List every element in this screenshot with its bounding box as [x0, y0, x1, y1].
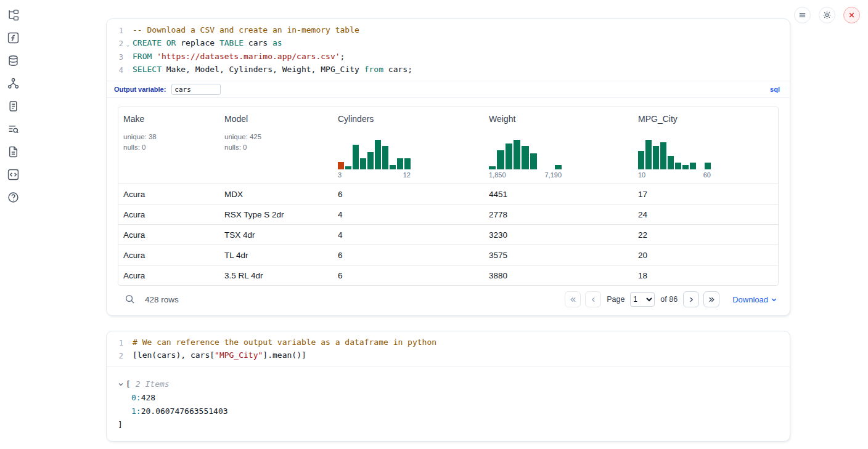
histogram-bar[interactable] [489, 166, 496, 169]
sql-code-editor[interactable]: 1-- Download a CSV and create an in-memo… [107, 19, 790, 81]
histogram-bar[interactable] [338, 162, 344, 169]
column-name: MPG_City [638, 114, 773, 124]
histogram-range: 1060 [638, 171, 711, 179]
hamburger-icon [798, 10, 807, 20]
histogram-range: 1,8507,190 [489, 171, 562, 179]
close-bracket: ] [118, 418, 123, 432]
histogram-bar[interactable] [375, 140, 381, 169]
histogram-bar[interactable] [522, 146, 528, 169]
table-cell: 24 [633, 210, 778, 219]
table-cell: 17 [633, 190, 778, 199]
column-header-cylinders[interactable]: Cylinders312 [333, 107, 484, 184]
code-text: [len(cars), cars["MPG_City"].mean()] [133, 349, 306, 362]
search-icon[interactable] [125, 294, 136, 305]
code-line: 4SELECT Make, Model, Cylinders, Weight, … [107, 63, 790, 76]
python-output: [ 2 Items 0: 4281: 20.060747663551403 ] [107, 366, 790, 441]
download-label: Download [732, 295, 768, 304]
table-cell: 4451 [484, 190, 633, 199]
file-tree-icon[interactable] [7, 9, 19, 21]
column-header-mpg_city[interactable]: MPG_City1060 [633, 107, 778, 184]
histogram-bar[interactable] [653, 146, 659, 169]
histogram-bar[interactable] [668, 156, 674, 169]
language-badge: sql [770, 86, 780, 93]
table-cell: TL 4dr [219, 251, 333, 260]
scroll-icon[interactable] [7, 100, 19, 112]
column-header-model[interactable]: Modelunique: 425nulls: 0 [219, 107, 333, 184]
file-text-icon[interactable] [7, 145, 19, 158]
table-row: AcuraTSX 4dr4323022 [118, 224, 778, 245]
next-page-button[interactable] [683, 291, 699, 307]
fold-spacer [123, 349, 133, 362]
left-toolbar [0, 9, 26, 203]
table-cell: 6 [333, 190, 484, 199]
histogram-bar[interactable] [682, 165, 689, 169]
histogram-bar[interactable] [382, 146, 388, 169]
histogram-bar[interactable] [660, 142, 666, 169]
histogram-bar[interactable] [645, 140, 652, 169]
fold-spacer [123, 336, 133, 349]
histogram-bar[interactable] [345, 166, 351, 169]
histogram-bar[interactable] [675, 163, 681, 169]
code-text: # We can reference the output variable a… [133, 336, 436, 349]
histogram-bar[interactable] [514, 140, 520, 169]
histogram-bar[interactable] [638, 151, 644, 169]
histogram[interactable] [338, 140, 411, 169]
menu-button[interactable] [794, 7, 811, 23]
column-stats: unique: 38nulls: 0 [123, 132, 215, 153]
histogram-bar[interactable] [555, 165, 562, 169]
python-cell: 1# We can reference the output variable … [106, 331, 790, 442]
code-text: CREATE OR replace TABLE cars as [133, 37, 282, 51]
page-select[interactable]: 1 [630, 292, 655, 307]
histogram-bar[interactable] [404, 158, 411, 169]
code-block-icon[interactable] [7, 168, 19, 180]
column-name: Weight [489, 114, 628, 124]
shutdown-button[interactable] [843, 7, 860, 23]
code-line: 1# We can reference the output variable … [107, 336, 790, 349]
histogram-bar[interactable] [497, 150, 504, 169]
column-stats: unique: 425nulls: 0 [224, 132, 328, 153]
help-circle-icon[interactable] [7, 191, 19, 203]
column-header-weight[interactable]: Weight1,8507,190 [484, 107, 633, 184]
python-code-editor[interactable]: 1# We can reference the output variable … [107, 331, 790, 366]
column-header-make[interactable]: Makeunique: 38nulls: 0 [118, 107, 219, 184]
first-page-button[interactable] [565, 291, 581, 307]
tree-entry: 0: 428 [118, 391, 779, 405]
histogram-bar[interactable] [360, 158, 366, 169]
pagination: Page 1 of 86 [565, 291, 719, 307]
histogram-bar[interactable] [397, 158, 403, 169]
histogram[interactable] [638, 140, 711, 169]
histogram-bar[interactable] [690, 163, 696, 169]
output-variable-label: Output variable: [114, 86, 166, 93]
table-cell: 3575 [484, 251, 633, 260]
previous-page-button[interactable] [585, 291, 601, 307]
histogram-bar[interactable] [530, 153, 537, 169]
tree-root-row: [ 2 Items [118, 378, 779, 391]
fold-spacer [123, 24, 133, 37]
last-page-button[interactable] [703, 291, 719, 307]
page-label: Page [607, 295, 624, 304]
histogram-bar[interactable] [353, 145, 359, 169]
output-variable-input[interactable] [171, 84, 221, 95]
histogram-bar[interactable] [705, 163, 711, 169]
histogram-bar[interactable] [506, 144, 512, 169]
settings-button[interactable] [819, 7, 835, 23]
histogram-bar[interactable] [367, 152, 374, 169]
list-search-icon[interactable] [7, 123, 19, 135]
dependency-graph-icon[interactable] [7, 77, 19, 89]
line-number: 2 [107, 349, 123, 362]
column-name: Model [224, 114, 328, 124]
fold-chevron-icon[interactable]: ⌄ [123, 37, 133, 51]
items-count-label: 2 Items [136, 378, 170, 391]
download-button[interactable]: Download [732, 295, 777, 304]
table-row: AcuraTL 4dr6357520 [118, 245, 778, 265]
table-cell: 2778 [484, 210, 633, 219]
collapse-toggle-icon[interactable] [118, 381, 126, 387]
tree-entries: 0: 4281: 20.060747663551403 [118, 391, 779, 418]
table-footer: 428 rows Page 1 of 86 [118, 286, 779, 313]
function-square-icon[interactable] [7, 31, 19, 44]
histogram[interactable] [489, 140, 562, 169]
table-cell: Acura [118, 210, 219, 219]
histogram-bar[interactable] [390, 165, 396, 169]
database-icon[interactable] [7, 54, 19, 67]
histogram-range: 312 [338, 171, 411, 179]
